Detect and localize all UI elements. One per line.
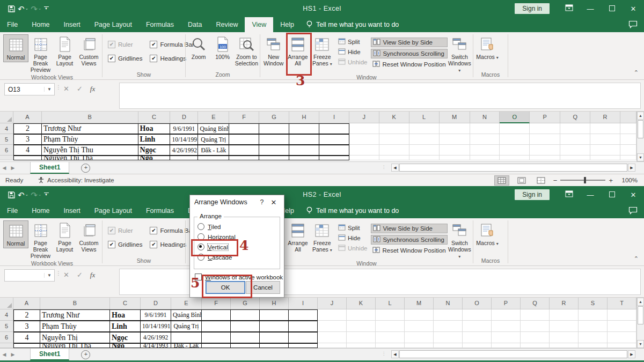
cell-I[interactable] <box>319 156 349 160</box>
cell-D6[interactable]: 4/26/1992 <box>141 332 171 343</box>
column-header-A[interactable]: A <box>13 112 42 123</box>
macros-button[interactable]: Macros ▾ <box>474 220 500 247</box>
cell-P6[interactable] <box>492 332 521 343</box>
tab-insert[interactable]: Insert <box>57 203 87 218</box>
normal-view-button[interactable]: Normal <box>3 34 28 62</box>
cell-F6[interactable] <box>202 332 231 343</box>
cell-A5[interactable]: 3 <box>13 321 40 332</box>
cell-R[interactable] <box>590 156 620 160</box>
collapse-ribbon-icon[interactable]: ⌃ <box>634 69 639 76</box>
row-header[interactable] <box>0 156 13 160</box>
close-button[interactable]: ✕ <box>623 191 644 199</box>
cell-K4[interactable] <box>379 123 409 134</box>
formula-cancel-icon[interactable]: ✕ <box>63 85 69 93</box>
cell-J6[interactable] <box>318 332 347 343</box>
cell-M4[interactable] <box>440 123 470 134</box>
column-header-P[interactable]: P <box>530 112 560 123</box>
column-header-D[interactable]: D <box>170 112 198 123</box>
cell-I5[interactable] <box>289 321 318 332</box>
cell-Q6[interactable] <box>560 145 590 156</box>
column-header-B[interactable]: B <box>40 298 110 309</box>
cell-M[interactable] <box>440 156 470 160</box>
cell-G6[interactable] <box>231 332 260 343</box>
macros-button[interactable]: Macros ▾ <box>474 34 500 61</box>
cell-R6[interactable] <box>590 145 620 156</box>
cell-N6[interactable] <box>470 145 500 156</box>
scroll-right-arrow[interactable]: ▶ <box>628 164 635 172</box>
close-button[interactable]: ✕ <box>623 5 644 13</box>
cell-L[interactable] <box>409 156 440 160</box>
sheet-nav-right-icon[interactable]: ▶ <box>9 162 17 174</box>
row-header[interactable]: 5 <box>0 321 13 332</box>
column-header-P[interactable]: P <box>492 298 521 309</box>
cell-J4[interactable] <box>349 123 379 134</box>
cell-G4[interactable] <box>259 123 289 134</box>
cell-L5[interactable] <box>376 321 405 332</box>
column-header-E[interactable]: E <box>198 112 229 123</box>
synchronous-scrolling-button[interactable]: Synchronous Scrolling <box>371 49 447 58</box>
cell-I6[interactable] <box>319 145 349 156</box>
split-button[interactable]: Split <box>336 38 369 46</box>
cell-M5[interactable] <box>440 134 470 145</box>
scroll-left-arrow[interactable]: ◀ <box>391 164 399 172</box>
cell-D[interactable]: 4/14/1993 <box>141 343 171 348</box>
custom-views-button[interactable]: Custom Views <box>77 34 101 68</box>
row-header[interactable]: 6 <box>0 145 13 156</box>
cell-S[interactable] <box>579 343 608 348</box>
gridlines-option[interactable]: ✔Gridlines <box>108 55 142 62</box>
horizontal-scrollbar[interactable]: ◀▶ <box>391 350 635 358</box>
cell-I4[interactable] <box>289 309 318 321</box>
column-header-I[interactable]: I <box>289 298 318 309</box>
new-window-button[interactable]: New Window <box>261 34 286 68</box>
column-header-M[interactable]: M <box>440 112 470 123</box>
cell-B6[interactable]: Nguyễn Thị Thu <box>42 145 138 156</box>
sign-in-button[interactable]: Sign in <box>515 3 550 14</box>
row-header[interactable]: 6 <box>0 332 13 343</box>
cell-N5[interactable] <box>434 321 463 332</box>
cell-C5[interactable]: Linh <box>110 321 141 332</box>
tab-view[interactable]: View <box>245 17 273 32</box>
column-header-O[interactable]: O <box>463 298 492 309</box>
cell-C[interactable]: Ngọ <box>110 343 141 348</box>
cell-G5[interactable] <box>259 134 289 145</box>
cell-J5[interactable] <box>318 321 347 332</box>
cell-B[interactable]: Nguyễn Thị Thà <box>40 343 110 348</box>
zoom-100-button[interactable]: 100100% <box>210 34 234 61</box>
cell-N[interactable] <box>470 156 500 160</box>
cell-A5[interactable]: 3 <box>13 134 42 145</box>
ribbon-display-options-icon[interactable] <box>558 4 580 13</box>
column-header-N[interactable]: N <box>470 112 500 123</box>
name-box-caret-icon[interactable]: ▼ <box>44 273 54 278</box>
cell-D[interactable] <box>170 156 198 160</box>
cell-R[interactable] <box>550 343 579 348</box>
column-header-E[interactable]: E <box>171 298 202 309</box>
cell-P[interactable] <box>492 343 521 348</box>
scroll-up-arrow[interactable]: ▲ <box>637 112 644 120</box>
ruler-option[interactable]: ✔Ruler <box>108 227 142 234</box>
formula-cancel-icon[interactable]: ✕ <box>63 271 69 279</box>
sign-in-button[interactable]: Sign in <box>515 189 550 200</box>
cell-R4[interactable] <box>590 123 620 134</box>
tab-insert[interactable]: Insert <box>57 17 87 32</box>
column-header-S[interactable]: S <box>579 298 608 309</box>
cell-E6[interactable]: Đăk - Lăk <box>198 145 229 156</box>
cell-O[interactable] <box>463 343 492 348</box>
scroll-left-arrow[interactable]: ◀ <box>391 350 399 358</box>
cell-C4[interactable]: Hoa <box>138 123 171 134</box>
insert-function-icon[interactable]: fx <box>90 85 95 93</box>
cell-F4[interactable] <box>202 309 231 321</box>
sheet-tab-sheet1[interactable]: Sheet1 <box>30 349 69 360</box>
scroll-down-arrow[interactable]: ▼ <box>637 340 644 348</box>
cell-G[interactable] <box>231 343 260 348</box>
cell-M5[interactable] <box>405 321 434 332</box>
cell-B5[interactable]: Phạm Thùy <box>42 134 138 145</box>
cell-Q4[interactable] <box>560 123 590 134</box>
scroll-right-arrow[interactable]: ▶ <box>628 350 635 358</box>
cell-E[interactable]: Đăk - Lăk <box>171 343 202 348</box>
column-header-Q[interactable]: Q <box>560 112 590 123</box>
undo-button[interactable]: ↶⌄ <box>18 5 28 13</box>
cell-A4[interactable]: 2 <box>13 309 40 321</box>
cell-B6[interactable]: Nguyễn Thị <box>40 332 110 343</box>
arrange-all-button[interactable]: Arrange All <box>286 220 310 254</box>
dialog-close-button[interactable]: ✕ <box>268 198 280 206</box>
